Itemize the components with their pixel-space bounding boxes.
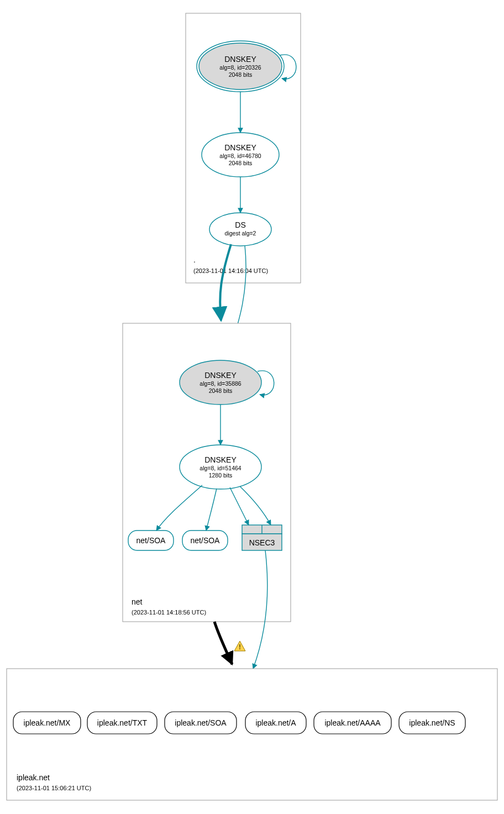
node-sub: alg=8, id=46780 [219,153,261,159]
net-nsec3: NSEC3 [242,525,282,550]
zone-net: net (2023-11-01 14:18:56 UTC) DNSKEY alg… [123,323,291,622]
rr-label: NSEC3 [249,538,275,547]
node-title: DNSKEY [204,455,237,464]
rr-label: ipleak.net/NS [409,718,455,727]
ipleak-record-ns: ipleak.net/NS [399,712,465,734]
net-soa-1: net/SOA [128,531,174,550]
root-dnskey-ksk: DNSKEY alg=8, id=20326 2048 bits [197,41,284,92]
rr-label: ipleak.net/SOA [175,718,227,727]
warning-glyph: ! [239,643,241,651]
ipleak-record-a: ipleak.net/A [245,712,306,734]
root-ds: DS digest alg=2 [209,213,271,246]
node-sub: 1280 bits [209,472,233,479]
rr-label: net/SOA [191,536,221,545]
net-dnskey-ksk: DNSKEY alg=8, id=35886 2048 bits [180,360,261,405]
zone-ipleak: ipleak.net (2023-11-01 15:06:21 UTC) ipl… [7,669,497,800]
node-title: DNSKEY [204,371,237,380]
node-sub: alg=8, id=20326 [219,64,261,71]
zone-ipleak-label: ipleak.net [17,773,50,782]
node-sub: alg=8, id=35886 [200,380,241,387]
node-title: DNSKEY [224,143,256,152]
ipleak-record-mx: ipleak.net/MX [13,712,81,734]
zone-ipleak-timestamp: (2023-11-01 15:06:21 UTC) [17,785,91,791]
node-title: DS [235,220,245,229]
ipleak-record-aaaa: ipleak.net/AAAA [314,712,391,734]
zone-root-label: . [193,255,196,264]
zone-root-timestamp: (2023-11-01 14:16:04 UTC) [193,267,268,274]
zone-net-label: net [132,597,143,606]
node-sub: digest alg=2 [225,230,256,237]
zone-root: . (2023-11-01 14:16:04 UTC) DNSKEY alg=8… [186,13,301,283]
node-sub: 2048 bits [209,387,233,394]
rr-label: ipleak.net/TXT [97,718,148,727]
rr-label: net/SOA [136,536,166,545]
rr-label: ipleak.net/A [255,718,296,727]
zone-net-timestamp: (2023-11-01 14:18:56 UTC) [132,609,206,616]
ipleak-record-soa: ipleak.net/SOA [165,712,237,734]
node-sub: alg=8, id=51464 [200,465,241,471]
ipleak-record-txt: ipleak.net/TXT [87,712,157,734]
edge-net-to-ipleak-thick [214,622,232,664]
node-title: DNSKEY [224,55,256,64]
rr-label: ipleak.net/AAAA [324,718,381,727]
svg-point-4 [209,213,271,246]
dnssec-diagram: . (2023-11-01 14:16:04 UTC) DNSKEY alg=8… [0,0,504,814]
root-dnskey-zsk: DNSKEY alg=8, id=46780 2048 bits [202,133,279,177]
warning-icon: ! [234,641,245,651]
svg-rect-13 [7,669,497,800]
net-soa-2: net/SOA [182,531,228,550]
node-sub: 2048 bits [229,160,253,166]
rr-label: ipleak.net/MX [24,718,71,727]
node-sub: 2048 bits [229,71,253,78]
net-dnskey-zsk: DNSKEY alg=8, id=51464 1280 bits [180,445,261,489]
